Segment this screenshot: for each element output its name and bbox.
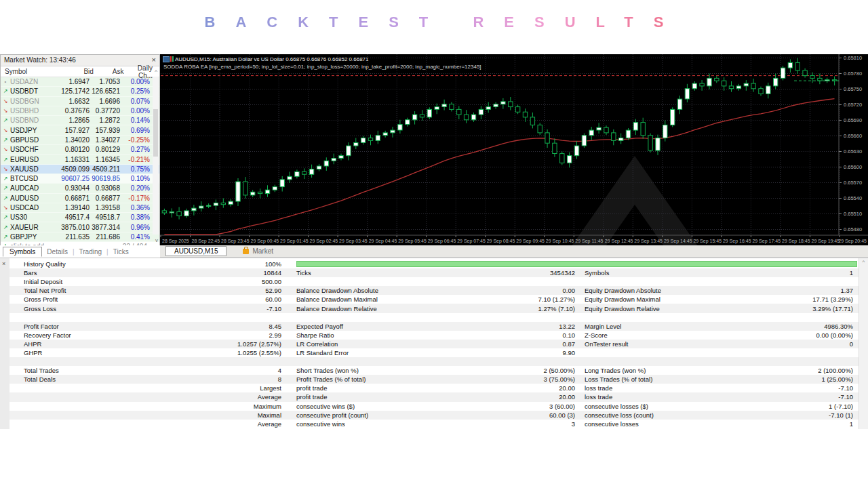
market-tab[interactable]: Market <box>243 247 273 255</box>
daily-change-value: 0.20% <box>120 184 153 192</box>
stat-value: Largest <box>260 384 281 392</box>
stat-label: Long Trades (won %) <box>585 367 646 374</box>
daily-change-value: 0.10% <box>120 175 153 182</box>
stat-value: Average <box>258 420 281 428</box>
down-arrow-icon: ↘ <box>1 146 10 152</box>
market-watch-row-usdbnd[interactable]: ↗USDBND1.28651.28720.14% <box>1 116 159 125</box>
svg-text:0.65510: 0.65510 <box>844 211 862 217</box>
stat-label: consecutive loss (count) <box>585 411 654 419</box>
stat-label: consecutive losses ($) <box>585 403 648 410</box>
market-watch-row-xauusd[interactable]: ↘XAUUSD4509.0994509.2110.75% <box>1 165 159 174</box>
results-gutter: × <box>0 258 9 429</box>
history-quality-progress-bar <box>296 261 857 267</box>
stat-value: 17.71 (3.29%) <box>812 296 853 303</box>
stat-label: Sharpe Ratio <box>296 331 334 339</box>
stat-value: 13.22 <box>559 323 575 330</box>
ask-value: 90619.85 <box>90 175 120 182</box>
market-watch-row-audusd[interactable]: ↗AUDUSD0.668710.66877-0.17% <box>1 194 159 203</box>
market-watch-row-usdbgn[interactable]: ↘USDBGN1.66321.66960.07% <box>1 97 159 106</box>
daily-change-value: 0.14% <box>120 117 153 124</box>
market-watch-row-usdchf[interactable]: ↘USDCHF0.801200.801290.27% <box>1 145 159 155</box>
up-arrow-icon: ↗ <box>1 224 10 230</box>
symbol-name: USDAZN <box>10 78 59 85</box>
results-row: Averageprofit trade20.00loss trade-7.10 <box>9 392 859 401</box>
stat-label: LR Correlation <box>296 340 338 348</box>
tab-details[interactable]: Details <box>42 248 73 256</box>
stat-label: Ticks <box>296 269 311 277</box>
results-row: History Quality100% <box>9 260 859 268</box>
chart-tab-audusd[interactable]: AUDUSD,M15 <box>165 246 226 256</box>
market-watch-scrollbar[interactable] <box>153 77 159 235</box>
column-header-bid[interactable]: Bid <box>62 68 94 75</box>
market-watch-row-eurusd[interactable]: ↗EURUSD1.163311.16345-0.21% <box>1 155 159 164</box>
svg-text:29 Sep 15:45: 29 Sep 15:45 <box>693 239 722 244</box>
stat-label: Symbols <box>585 269 609 277</box>
scrollbar-thumb[interactable] <box>153 109 158 157</box>
daily-change-value: 0.38% <box>120 214 153 221</box>
up-arrow-icon: ↗ <box>1 195 10 201</box>
close-icon[interactable]: × <box>2 260 5 267</box>
stat-value: 1.27% (7.10) <box>538 305 575 312</box>
svg-text:0.65750: 0.65750 <box>844 86 862 92</box>
symbol-name: USDBND <box>10 117 59 124</box>
symbol-name: AUDCAD <box>10 184 59 192</box>
market-watch-row-gbpjpy[interactable]: ↗GBPJPY211.635211.6860.41% <box>1 232 159 242</box>
stat-label: Z-Score <box>585 331 608 339</box>
column-header-ask[interactable]: Ask <box>94 68 124 75</box>
up-arrow-icon: ↗ <box>1 234 10 240</box>
svg-text:0.65690: 0.65690 <box>844 117 862 123</box>
results-row <box>9 357 859 366</box>
stat-label: Profit Trades (% of total) <box>296 375 366 383</box>
svg-text:29 Sep 03:45: 29 Sep 03:45 <box>339 239 368 244</box>
down-arrow-icon: ↘ <box>1 98 10 104</box>
market-watch-row-us30[interactable]: ↗US3049517.449518.70.38% <box>1 213 159 222</box>
market-watch-row-gbpusd[interactable]: ↗GBPUSD1.340201.34027-0.25% <box>1 136 159 145</box>
svg-text:28 Sep 2025: 28 Sep 2025 <box>162 239 189 244</box>
results-row: Total Trades4Short Trades (won %)2 (50.0… <box>9 366 859 375</box>
market-watch-row-usdbdt[interactable]: ↗USDBDT125.1742126.65210.25% <box>1 87 159 96</box>
bid-value: 1.16331 <box>59 156 90 163</box>
bid-value: 49517.4 <box>59 214 90 221</box>
results-row: Recovery Factor2.99Sharpe Ratio0.10Z-Sco… <box>9 331 859 340</box>
results-row: Initial Deposit500.00 <box>9 277 859 286</box>
tab-symbols[interactable]: Symbols <box>3 247 42 257</box>
scroll-up-icon[interactable]: ^ <box>859 259 868 265</box>
stat-label: Margin Level <box>585 323 621 330</box>
stat-label: History Quality <box>24 260 66 268</box>
market-watch-row-usdjpy[interactable]: ↘USDJPY157.927157.9390.69% <box>1 125 159 135</box>
svg-text:0.65570: 0.65570 <box>844 180 862 186</box>
tab-trading[interactable]: Trading <box>75 248 107 256</box>
svg-text:29 Sep 17:45: 29 Sep 17:45 <box>752 239 781 244</box>
market-watch-row-usdazn[interactable]: •USDAZN1.69471.70530.00% <box>1 77 159 87</box>
ea-parameters: SODDA ROBA EA [inp_ema_period=50; inp_lo… <box>163 64 481 70</box>
stat-value: 2 (100.00%) <box>818 367 853 374</box>
stat-value: 3.29% (17.71) <box>812 305 853 312</box>
results-scrollbar[interactable]: ^ <box>859 258 868 429</box>
market-watch-row-xaueur[interactable]: ↗XAUEUR3875.0103877.3140.96% <box>1 222 159 232</box>
bottom-panel-tabs: SymbolsDetails|Trading|Ticks <box>0 245 160 258</box>
market-watch-row-audcad[interactable]: ↗AUDCAD0.930440.930680.20% <box>1 184 159 193</box>
symbol-name: XAUEUR <box>10 224 59 231</box>
ask-value: 1.34027 <box>90 136 120 144</box>
stat-label: Balance Drawdown Relative <box>296 305 377 312</box>
market-watch-row-usdbhd[interactable]: ↘USDBHD0.376760.377200.00% <box>1 106 159 116</box>
svg-text:29 Sep 01:45: 29 Sep 01:45 <box>280 239 309 244</box>
bid-value: 0.80120 <box>59 146 90 153</box>
scroll-down-icon[interactable]: v <box>155 237 158 243</box>
daily-change-value: 0.36% <box>120 204 153 211</box>
column-header-symbol[interactable]: Symbol <box>1 68 62 75</box>
stat-label: LR Standard Error <box>296 349 349 357</box>
results-rows: History Quality100%Bars10844Ticks3454342… <box>9 260 859 428</box>
daily-change-value: 0.69% <box>120 127 153 134</box>
up-arrow-icon: ↗ <box>1 88 10 94</box>
price-chart[interactable]: 0.658100.657800.657500.657200.656900.656… <box>160 54 868 245</box>
daily-change-value: 0.75% <box>120 165 153 173</box>
svg-text:29 Sep 18:45: 29 Sep 18:45 <box>782 239 810 244</box>
market-watch-row-usdcad[interactable]: ↘USDCAD1.391401.391580.36% <box>1 203 159 213</box>
market-watch-column-headers[interactable]: SymbolBidAskDaily Ch...^ <box>1 66 159 77</box>
column-header-dailych[interactable]: Daily Ch... <box>123 64 153 79</box>
scroll-up-icon[interactable]: ^ <box>153 68 159 75</box>
tab-ticks[interactable]: Ticks <box>108 248 134 256</box>
market-watch-row-btcusd[interactable]: ↗BTCUSD90607.2590619.850.10% <box>1 174 159 184</box>
stat-label: loss trade <box>585 393 612 401</box>
